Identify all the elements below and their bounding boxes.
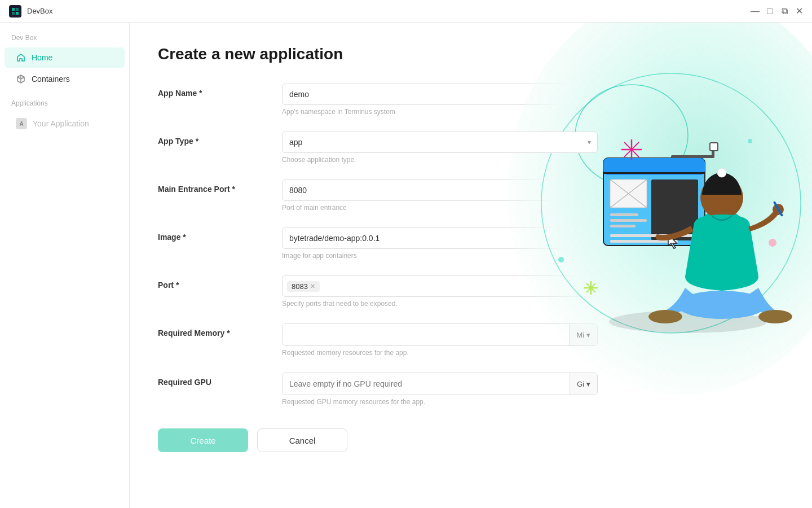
memory-chevron-icon: ▾ bbox=[586, 331, 590, 339]
svg-point-41 bbox=[694, 209, 750, 277]
svg-line-32 bbox=[624, 142, 639, 157]
svg-marker-38 bbox=[726, 297, 735, 313]
app-name-field: App's namespace in Terminus system. 4 / … bbox=[282, 84, 598, 116]
port-field: 8083 ✕ Specify ports that need to be exp… bbox=[282, 275, 598, 308]
svg-point-9 bbox=[748, 139, 752, 143]
sidebar-section-devbox: Dev Box bbox=[0, 34, 129, 46]
port-tag-close[interactable]: ✕ bbox=[310, 283, 315, 290]
gpu-unit-selector[interactable]: Gi ▾ bbox=[570, 373, 597, 395]
external-button[interactable]: ⧉ bbox=[780, 7, 788, 15]
memory-input[interactable] bbox=[283, 324, 569, 345]
image-label: Image * bbox=[158, 227, 271, 242]
port-hint: Specify ports that need to be exposed. bbox=[282, 300, 598, 308]
window-controls: — □ ⧉ ✕ bbox=[751, 7, 803, 15]
memory-wrapper: Mi ▾ bbox=[282, 323, 598, 346]
app-body: Dev Box Home Containers Applications A Y… bbox=[0, 23, 812, 508]
svg-rect-18 bbox=[610, 213, 638, 216]
app-name-input[interactable] bbox=[282, 84, 598, 105]
image-input[interactable] bbox=[282, 227, 598, 249]
close-button[interactable]: ✕ bbox=[795, 7, 803, 15]
svg-rect-24 bbox=[705, 192, 730, 195]
entrance-port-input[interactable] bbox=[282, 179, 598, 201]
svg-point-48 bbox=[717, 168, 726, 177]
page-title: Create a new application bbox=[158, 45, 784, 63]
port-row: Port * 8083 ✕ Specify ports that need to… bbox=[158, 275, 598, 308]
sidebar-section-applications: Applications bbox=[0, 90, 129, 112]
svg-rect-13 bbox=[603, 172, 705, 174]
home-icon bbox=[16, 52, 26, 63]
svg-rect-25 bbox=[729, 189, 732, 198]
port-label: Port * bbox=[158, 275, 271, 290]
entrance-port-row: Main Entrance Port * Port of main entran… bbox=[158, 179, 598, 212]
svg-rect-26 bbox=[727, 185, 735, 193]
svg-rect-22 bbox=[610, 240, 678, 243]
memory-label: Required Memory * bbox=[158, 323, 271, 338]
svg-marker-23 bbox=[668, 234, 677, 248]
sidebar-item-home-label: Home bbox=[32, 53, 52, 62]
gpu-field: Gi ▾ Requested GPU memory resources for … bbox=[282, 373, 598, 406]
memory-hint: Requested memory resources for the app. bbox=[282, 349, 598, 357]
gpu-chevron-icon: ▾ bbox=[586, 380, 590, 388]
gpu-input[interactable] bbox=[283, 373, 570, 395]
memory-unit-label: Mi bbox=[576, 331, 584, 339]
gpu-unit-label: Gi bbox=[577, 380, 584, 388]
svg-point-10 bbox=[609, 310, 767, 333]
app-type-row: App Type * app middleware plugin ▾ Choos… bbox=[158, 132, 598, 164]
svg-rect-11 bbox=[603, 158, 705, 246]
cancel-button[interactable]: Cancel bbox=[257, 428, 347, 452]
app-name-hint: App's namespace in Terminus system. 4 / … bbox=[282, 108, 598, 116]
svg-point-7 bbox=[769, 239, 776, 247]
svg-rect-17 bbox=[651, 179, 698, 240]
create-button[interactable]: Create bbox=[158, 428, 248, 452]
gpu-hint: Requested GPU memory resources for the a… bbox=[282, 398, 598, 406]
image-hint: Image for app containers bbox=[282, 252, 598, 260]
app-name-label: App Name * bbox=[158, 84, 271, 98]
svg-rect-12 bbox=[603, 158, 705, 175]
memory-field: Mi ▾ Requested memory resources for the … bbox=[282, 323, 598, 357]
image-row: Image * Image for app containers bbox=[158, 227, 598, 260]
port-tag-8083: 8083 ✕ bbox=[287, 281, 320, 292]
svg-rect-49 bbox=[773, 201, 783, 217]
svg-rect-3 bbox=[16, 12, 19, 15]
svg-rect-19 bbox=[610, 219, 647, 222]
svg-rect-20 bbox=[610, 225, 636, 227]
create-app-form: App Name * App's namespace in Terminus s… bbox=[158, 84, 598, 463]
svg-point-45 bbox=[648, 310, 682, 323]
app-type-field: app middleware plugin ▾ Choose applicati… bbox=[282, 132, 598, 164]
entrance-port-field: Port of main entrance bbox=[282, 179, 598, 212]
svg-line-16 bbox=[610, 179, 647, 208]
app-type-select[interactable]: app middleware plugin bbox=[282, 132, 598, 153]
memory-unit-selector[interactable]: Mi ▾ bbox=[569, 324, 597, 345]
sidebar-item-home[interactable]: Home bbox=[5, 47, 125, 68]
app-logo bbox=[9, 5, 21, 17]
sidebar-app-label: Your Application bbox=[33, 119, 89, 128]
titlebar: DevBox — □ ⧉ ✕ bbox=[0, 0, 812, 23]
sidebar-item-containers-label: Containers bbox=[32, 75, 70, 84]
svg-rect-1 bbox=[16, 8, 19, 11]
sidebar-item-your-application[interactable]: A Your Application bbox=[5, 113, 125, 134]
port-input-wrapper[interactable]: 8083 ✕ bbox=[282, 275, 598, 297]
app-type-hint: Choose application type. bbox=[282, 156, 598, 164]
memory-row: Required Memory * Mi ▾ Requested memory … bbox=[158, 323, 598, 357]
svg-rect-21 bbox=[610, 234, 698, 237]
svg-rect-43 bbox=[716, 216, 727, 226]
app-title: DevBox bbox=[27, 7, 53, 15]
port-tag-value: 8083 bbox=[292, 282, 308, 291]
image-field: Image for app containers bbox=[282, 227, 598, 260]
form-actions: Create Cancel bbox=[158, 428, 598, 463]
svg-line-33 bbox=[624, 142, 639, 157]
svg-rect-28 bbox=[712, 147, 714, 158]
app-type-select-wrapper: app middleware plugin ▾ bbox=[282, 132, 598, 153]
svg-rect-2 bbox=[12, 12, 15, 15]
gpu-row: Required GPU Gi ▾ Requested GPU memory r… bbox=[158, 373, 598, 406]
svg-line-15 bbox=[610, 179, 647, 208]
maximize-button[interactable]: □ bbox=[766, 7, 774, 15]
gpu-label: Required GPU bbox=[158, 373, 271, 387]
svg-point-46 bbox=[758, 310, 792, 323]
sidebar-item-containers[interactable]: Containers bbox=[5, 69, 125, 89]
svg-rect-0 bbox=[12, 8, 15, 11]
box-icon bbox=[16, 74, 26, 84]
minimize-button[interactable]: — bbox=[751, 7, 759, 15]
app-type-label: App Type * bbox=[158, 132, 271, 146]
svg-rect-29 bbox=[710, 143, 718, 151]
